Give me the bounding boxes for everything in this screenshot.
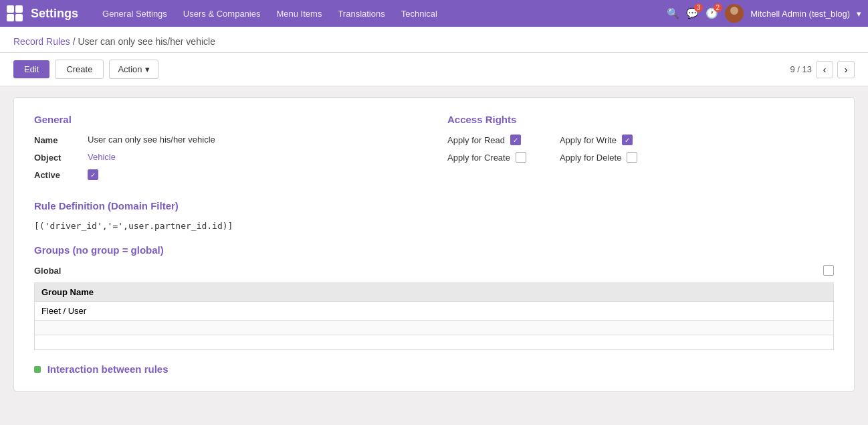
interaction-title: Interaction between rules <box>47 363 169 375</box>
global-label: Global <box>34 266 818 276</box>
apply-create-checkbox[interactable] <box>516 152 526 163</box>
apply-delete-label: Apply for Delete <box>560 153 622 163</box>
table-row <box>35 321 834 335</box>
general-title: General <box>34 114 421 125</box>
groups-title: Groups (no group = global) <box>34 244 834 256</box>
interaction-section: Interaction between rules <box>34 363 834 375</box>
object-label: Object <box>34 152 88 163</box>
general-section: General Name User can only see his/her v… <box>34 114 421 187</box>
main-nav: General Settings Users & Companies Menu … <box>96 6 663 21</box>
prev-page-button[interactable]: ‹ <box>816 61 833 78</box>
topnav: Settings General Settings Users & Compan… <box>0 0 868 27</box>
name-label: Name <box>34 135 88 145</box>
apply-read-row: Apply for Read <box>447 135 526 145</box>
breadcrumb-separator: / <box>70 36 78 47</box>
chat-badge: 3 <box>694 3 703 12</box>
apply-create-row: Apply for Create <box>447 152 526 163</box>
nav-technical[interactable]: Technical <box>395 6 444 21</box>
content-card: General Name User can only see his/her v… <box>13 97 855 392</box>
table-row <box>35 335 834 350</box>
apply-write-label: Apply for Write <box>560 135 617 145</box>
nav-users-companies[interactable]: Users & Companies <box>177 6 267 21</box>
apply-write-checkbox[interactable] <box>622 135 633 145</box>
action-dropdown-icon: ▾ <box>145 64 150 74</box>
pagination-text: 9 / 13 <box>790 64 812 74</box>
group-name-cell-empty2 <box>35 335 834 350</box>
name-value: User can only see his/her vehicle <box>88 135 215 145</box>
nav-menu-items[interactable]: Menu Items <box>269 6 328 21</box>
next-page-button[interactable]: › <box>837 61 855 78</box>
rule-definition-section: Rule Definition (Domain Filter) [('drive… <box>34 200 834 231</box>
apply-delete-row: Apply for Delete <box>560 152 638 163</box>
access-rights-title: Access Rights <box>447 114 834 125</box>
search-icon[interactable]: 🔍 <box>667 7 679 19</box>
interaction-indicator <box>34 366 41 373</box>
name-field-row: Name User can only see his/her vehicle <box>34 135 421 145</box>
group-name-cell: Fleet / User <box>35 302 834 321</box>
groups-table: Group Name Fleet / User <box>34 282 834 350</box>
nav-translations[interactable]: Translations <box>331 6 391 21</box>
create-button[interactable]: Create <box>55 60 104 79</box>
top-section: General Name User can only see his/her v… <box>34 114 834 187</box>
apply-read-checkbox[interactable] <box>510 135 521 145</box>
toolbar: Edit Create Action ▾ 9 / 13 ‹ › <box>0 53 868 86</box>
clock-icon[interactable]: 🕐 2 <box>706 7 718 19</box>
active-label: Active <box>34 169 88 180</box>
edit-button[interactable]: Edit <box>13 60 49 78</box>
action-label: Action <box>118 64 142 74</box>
apply-write-row: Apply for Write <box>560 135 638 145</box>
app-title: Settings <box>31 7 78 21</box>
access-rights-section: Access Rights Apply for Read Apply for C… <box>447 114 834 187</box>
group-name-cell-empty1 <box>35 321 834 335</box>
action-dropdown[interactable]: Action ▾ <box>109 60 158 79</box>
table-row: Fleet / User <box>35 302 834 321</box>
svg-point-0 <box>730 7 738 15</box>
apply-read-label: Apply for Read <box>447 135 505 145</box>
active-checkbox[interactable] <box>88 169 98 180</box>
active-field-row: Active <box>34 169 421 180</box>
svg-point-1 <box>728 15 741 23</box>
content-outer: General Name User can only see his/her v… <box>0 86 868 424</box>
pagination: 9 / 13 ‹ › <box>790 61 855 78</box>
groups-section: Groups (no group = global) Global Group … <box>34 244 834 350</box>
apply-delete-checkbox[interactable] <box>627 152 637 163</box>
app-logo[interactable] <box>7 5 23 21</box>
breadcrumb: Record Rules / User can only see his/her… <box>0 27 868 53</box>
clock-badge: 2 <box>714 3 723 12</box>
global-checkbox[interactable] <box>823 265 834 276</box>
action-button[interactable]: Action ▾ <box>109 60 158 79</box>
global-row: Global <box>34 265 834 276</box>
apply-create-label: Apply for Create <box>447 153 510 163</box>
topnav-right: 🔍 💬 3 🕐 2 Mitchell Admin (test_blog) ▾ <box>667 4 861 23</box>
nav-general-settings[interactable]: General Settings <box>96 6 174 21</box>
breadcrumb-parent[interactable]: Record Rules <box>13 36 70 47</box>
object-field-row: Object Vehicle <box>34 152 421 163</box>
rule-definition-title: Rule Definition (Domain Filter) <box>34 200 834 211</box>
group-name-header: Group Name <box>35 283 834 302</box>
object-value[interactable]: Vehicle <box>88 152 116 162</box>
breadcrumb-current: User can only see his/her vehicle <box>78 36 215 47</box>
user-name[interactable]: Mitchell Admin (test_blog) <box>750 9 850 19</box>
rule-code: [('driver_id','=',user.partner_id.id)] <box>34 221 834 231</box>
user-dropdown-icon[interactable]: ▾ <box>857 9 861 19</box>
avatar[interactable] <box>725 4 744 23</box>
chat-icon[interactable]: 💬 3 <box>686 7 699 19</box>
